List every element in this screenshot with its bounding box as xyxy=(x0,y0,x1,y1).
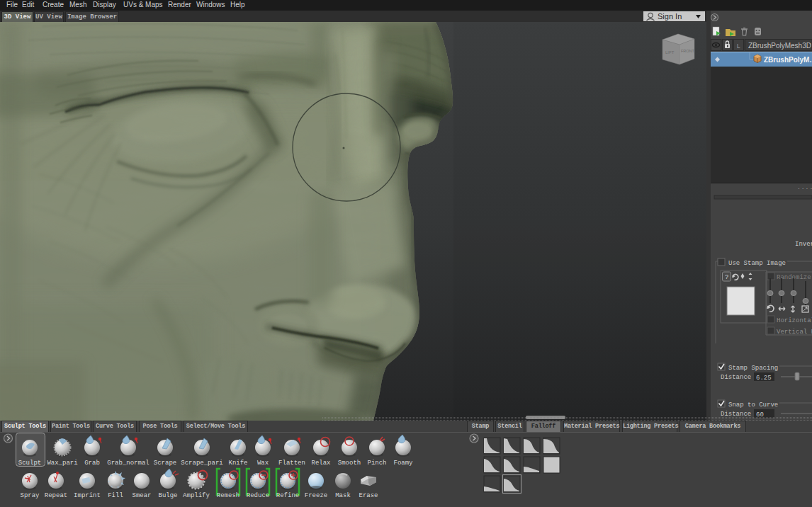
svg-text:Reduce: Reduce xyxy=(247,492,269,499)
svg-text:FRONT: FRONT xyxy=(681,49,695,53)
svg-text:Flatten: Flatten xyxy=(278,460,305,467)
svg-text:Knife: Knife xyxy=(228,460,247,467)
svg-text:Use Stamp Image: Use Stamp Image xyxy=(728,260,786,267)
svg-text:Imprint: Imprint xyxy=(74,492,101,499)
svg-text:.....: ..... xyxy=(797,184,812,190)
svg-text:Wax: Wax xyxy=(257,460,269,467)
svg-text:L: L xyxy=(737,43,740,50)
svg-text:Remesh: Remesh xyxy=(217,492,239,499)
svg-text:Smear: Smear xyxy=(132,492,151,499)
svg-text:Spray: Spray xyxy=(20,492,40,499)
svg-text:Erase: Erase xyxy=(359,492,378,499)
svg-text:Scrape_pari: Scrape_pari xyxy=(181,460,222,467)
svg-text:Grab_normal: Grab_normal xyxy=(107,460,149,467)
svg-text:Snap to Curve: Snap to Curve xyxy=(728,401,778,409)
svg-text:Refine: Refine xyxy=(276,492,299,499)
svg-text:Horizontal: Horizontal xyxy=(777,317,812,324)
svg-text:Amplify: Amplify xyxy=(183,492,210,499)
svg-text:LIFT: LIFT xyxy=(665,50,675,55)
svg-text:Pinch: Pinch xyxy=(367,460,386,467)
svg-text:Foamy: Foamy xyxy=(393,460,413,467)
svg-text:Mask: Mask xyxy=(335,492,351,499)
svg-text:Sculpt: Sculpt xyxy=(18,460,41,467)
svg-text:ZBrushPolyMesh3D: ZBrushPolyMesh3D xyxy=(748,42,811,50)
svg-text:Grab: Grab xyxy=(84,460,100,467)
svg-text:Repeat: Repeat xyxy=(45,492,67,499)
svg-text:Distance: Distance xyxy=(721,374,751,381)
svg-text:Vertical Fl: Vertical Fl xyxy=(777,329,812,336)
svg-text:Wax_pari: Wax_pari xyxy=(47,460,77,467)
svg-text:Fill: Fill xyxy=(108,492,123,499)
svg-text:Stamp Spacing: Stamp Spacing xyxy=(728,365,778,372)
svg-text:Relax: Relax xyxy=(311,460,330,467)
svg-text:6.25: 6.25 xyxy=(756,375,772,382)
svg-text:Inver: Inver xyxy=(795,241,812,248)
svg-text:Freeze: Freeze xyxy=(305,492,327,499)
svg-text:Smooth: Smooth xyxy=(338,460,361,467)
svg-text:Bulge: Bulge xyxy=(158,492,177,499)
svg-text:?: ? xyxy=(725,274,728,281)
svg-text:ZBrushPolyM...: ZBrushPolyM... xyxy=(764,56,812,64)
svg-text:Scrape: Scrape xyxy=(154,460,176,467)
